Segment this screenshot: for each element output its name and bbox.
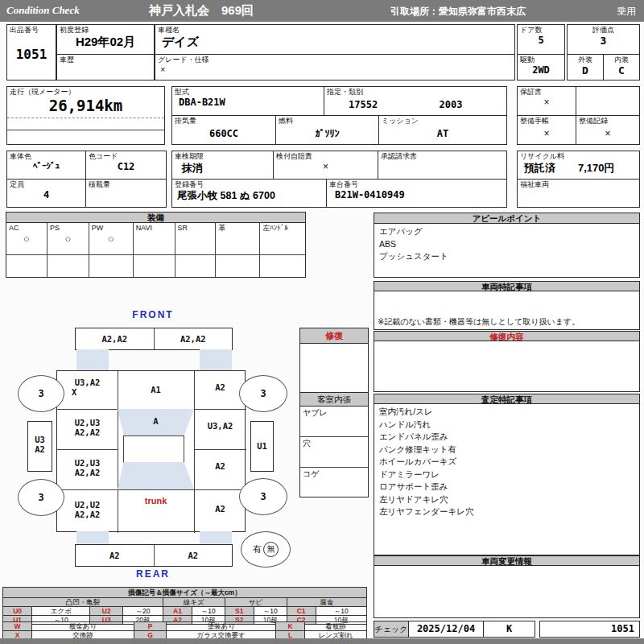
equipment-label: PW <box>89 223 133 233</box>
field-warranty-book: 保証書 × <box>517 86 576 116</box>
field-displacement: 排気量 660CC <box>171 115 276 145</box>
assessment-item: エンドパネル歪み <box>374 431 639 444</box>
damage-code-line: U3,A2 <box>57 378 118 387</box>
equipment-mark: ○ <box>89 233 133 245</box>
field-approval-request: 承認請求書 <box>378 151 507 180</box>
model-name-label: 車種名 <box>155 25 514 35</box>
panel-left-rear-door: U2,U3 A2,A2 <box>57 458 118 477</box>
car-body-outline: U3,A2 X U2,U3 A2,A2 U2,U3 A2,A2 U2,U2 A2… <box>56 370 246 532</box>
rear-bumper-right-damage: A2 <box>154 545 233 566</box>
check-inspector-cell: K <box>483 621 535 638</box>
damage-legend-table: 損傷記号＆損傷サイズ（～最大cm） 凸凹・亀裂 線キズ サビ 腐食 U0 エクボ… <box>2 587 367 619</box>
legend-code: A1 <box>163 607 192 616</box>
legend-desc: エクボ <box>32 607 90 616</box>
registration-number-label: 登録番号 <box>172 180 326 189</box>
cabin-interior-row-hole: 穴 <box>300 437 368 468</box>
grade-value: × <box>155 64 514 74</box>
legend-title: 損傷記号＆損傷サイズ（～最大cm） <box>3 588 367 598</box>
approval-request-label: 承認請求書 <box>378 151 506 161</box>
score-value: 3 <box>568 35 639 47</box>
vehicle-history-label: 車歴 <box>57 55 154 64</box>
mileage-divider-dashed <box>7 118 164 118</box>
panel-left-front-door: U2,U3 A2,A2 <box>57 418 118 437</box>
cabin-interior-row-burn: コゲ <box>300 468 368 497</box>
fuel-value: ｶﾞｿﾘﾝ <box>276 128 378 139</box>
recycle-fee-value: 7,170円 <box>578 161 615 175</box>
maintenance-record-value: × <box>576 128 639 139</box>
drive-label: 駆動 <box>518 55 564 64</box>
panel-windshield: A <box>118 409 194 436</box>
capacity-label: 定員 <box>7 180 85 189</box>
field-vehicle-history: 車歴 <box>56 54 155 80</box>
assessment-item: 左リヤドアキレ穴 <box>374 493 639 506</box>
interior-grade-value: C <box>604 64 639 76</box>
assessment-item: パンク修理キット有 <box>374 444 639 456</box>
inspection-expiry-label: 車検期限 <box>172 151 273 161</box>
side-mark-left: U3 A2 <box>27 421 52 472</box>
field-maintenance-book: 整備手帳 × <box>517 115 576 145</box>
tire-tread-mark-front-left: 3 <box>18 375 64 412</box>
check-date-cell: 2025/12/04 <box>408 621 484 638</box>
equipment-mark: ○ <box>6 233 47 245</box>
presence-no-circled: 無 <box>263 542 279 557</box>
left-col-divider <box>57 489 118 490</box>
field-load-capacity: 積載量 <box>85 179 167 208</box>
damage-code-line: A2,A2 <box>57 427 118 437</box>
displacement-label: 排気量 <box>172 116 275 126</box>
transmission-value: AT <box>379 128 506 139</box>
equipment-col-leather: 革 <box>216 223 260 277</box>
drive-value: 2WD <box>518 64 564 76</box>
repair-content-body <box>374 341 640 392</box>
auction-title: 神戸入札会 969回 <box>149 3 254 19</box>
load-capacity-label: 積載量 <box>86 180 166 189</box>
legend-code: C1 <box>287 607 316 616</box>
legend-code: U0 <box>3 607 32 616</box>
legend-desc: ～10 <box>316 607 366 616</box>
repair-mark-body <box>299 343 369 393</box>
assessment-item: 室内汚れ/スレ <box>374 406 639 419</box>
equipment-col-navi: NAVI <box>134 223 175 277</box>
cabin-interior-header: 客室内張 <box>299 392 369 407</box>
field-body-color: 車体色 ﾍﾞｰｼﾞｭ <box>6 151 86 180</box>
vehicle-notes-disclaimer: ※記載のない書類・機器等は無しとして取り扱います。 <box>378 316 580 328</box>
top-bar: Condition Check 神戸入札会 969回 引取場所：愛知県弥富市西末… <box>0 0 644 22</box>
equipment-table: AC ○ PS ○ PW ○ NAVI SR 革 左ﾊﾝﾄﾞﾙ <box>6 222 306 278</box>
tire-tread-mark-rear-right: 3 <box>239 478 287 515</box>
doors-value: 5 <box>518 35 564 46</box>
field-lot-number: 出品番号 1051 <box>6 24 56 80</box>
lot-number-value: 1051 <box>7 47 56 62</box>
vehicle-category: 乗用 <box>617 5 636 19</box>
color-code-label: 色コード <box>86 151 166 161</box>
equipment-label: PS <box>47 223 89 233</box>
grade-label: グレード・仕様 <box>155 55 514 64</box>
damage-code-line: A2,A2 <box>57 468 118 477</box>
equipment-label: AC <box>6 223 47 233</box>
warranty-book-label: 保証書 <box>518 87 576 97</box>
damage-code-line: U3 <box>28 435 52 444</box>
legend-desc: 看板跡 <box>305 622 367 631</box>
legend-code: W <box>3 622 32 631</box>
diagram-front-label: FRONT <box>113 309 193 320</box>
damage-code-line: A2 <box>28 444 52 454</box>
legend-group-corrosion: 腐食 <box>287 598 366 607</box>
field-class-number: 指定・類別 17552 2003 <box>324 86 507 116</box>
model-code-label: 型式 <box>172 87 324 97</box>
field-mileage: 走行（現メーター） 26,914km <box>6 86 165 145</box>
body-color-value: ﾍﾞｰｼﾞｭ <box>7 161 85 171</box>
presence-yes-label: 有 <box>253 543 262 555</box>
cabin-interior-body: ヤブレ 穴 コゲ <box>299 406 369 497</box>
field-welfare-vehicle: 福祉車両 <box>517 179 640 208</box>
field-model-name: 車種名 デイズ <box>155 24 515 55</box>
interior-grade-label: 内装 <box>604 55 639 64</box>
equipment-col-lhd: 左ﾊﾝﾄﾞﾙ <box>260 223 305 277</box>
first-registration-value: H29年02月 <box>57 35 154 50</box>
legend-code: P <box>134 622 167 631</box>
check-lot-number-cell: 1051 <box>539 621 640 638</box>
legend-code: U2 <box>90 607 123 616</box>
color-code-value: C12 <box>86 161 166 172</box>
field-insurance: 検付自賠責 × <box>273 151 378 180</box>
panel-rear-window <box>118 462 194 489</box>
condition-check-sheet: Condition Check 神戸入札会 969回 引取場所：愛知県弥富市西末… <box>0 0 644 644</box>
chassis-number-value: B21W-0410949 <box>327 189 506 200</box>
exterior-grade-value: D <box>568 64 603 76</box>
